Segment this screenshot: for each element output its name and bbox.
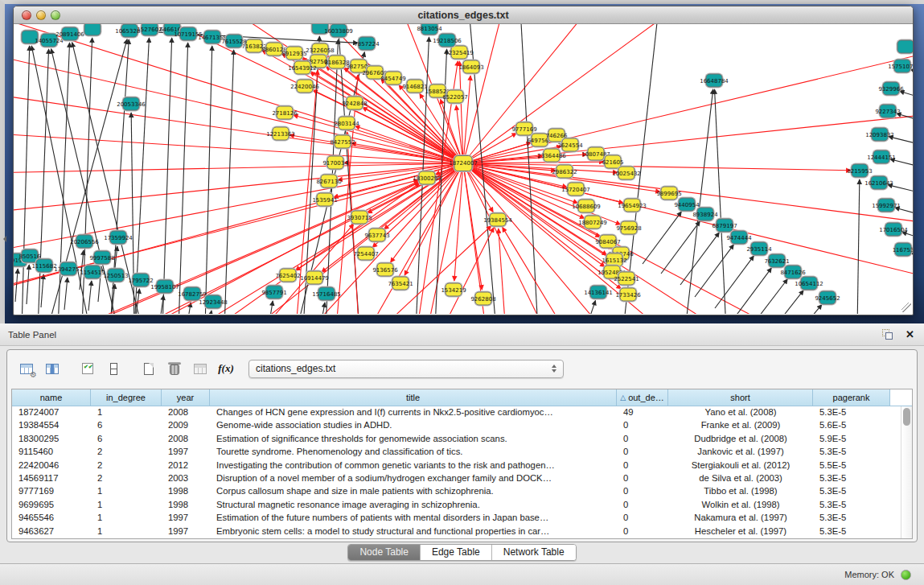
graph-node[interactable]: 18300295: [419, 171, 436, 185]
graph-node[interactable]: 10807487: [588, 147, 605, 161]
graph-node[interactable]: 20053346: [123, 97, 140, 111]
graph-node[interactable]: 7857224: [359, 37, 376, 51]
table-row[interactable]: 1872400712008Changes of HCN gene express…: [12, 406, 912, 419]
graph-node[interactable]: [84, 24, 101, 36]
graph-node[interactable]: 8186328: [329, 56, 346, 69]
graph-node[interactable]: 16914479: [306, 271, 323, 285]
graph-node[interactable]: 10688609: [578, 200, 595, 213]
graph-node[interactable]: 8427552: [335, 135, 351, 149]
graph-node[interactable]: 9997588: [94, 251, 111, 265]
graph-node[interactable]: 9474444: [731, 231, 748, 245]
graph-node[interactable]: 8912935: [286, 47, 303, 60]
graph-node[interactable]: 1795722: [133, 274, 150, 287]
graph-node[interactable]: 2935114: [751, 242, 768, 256]
graph-node[interactable]: 20891406: [62, 27, 79, 41]
graph-node[interactable]: 2967608: [367, 66, 384, 80]
graph-node[interactable]: 9857791: [266, 286, 283, 299]
graph-node[interactable]: 9329966: [883, 82, 900, 96]
network-view-window[interactable]: citations_edges.txt 71638228860128891293…: [13, 6, 914, 315]
graph-node[interactable]: 16210643: [871, 176, 888, 190]
graph-node[interactable]: [22, 31, 39, 44]
graph-node[interactable]: 9136576: [377, 263, 394, 277]
graph-node[interactable]: 8860128: [266, 43, 283, 56]
graph-node[interactable]: 23364486: [544, 149, 561, 163]
graph-node[interactable]: 16782759: [184, 287, 201, 301]
graph-node[interactable]: 12213363: [273, 127, 290, 141]
graph-node[interactable]: 7163822: [246, 39, 263, 53]
table-row[interactable]: 969969511998Structural magnetic resonanc…: [12, 499, 912, 512]
graph-node[interactable]: 9227343: [880, 105, 897, 118]
graph-node[interactable]: 9827508: [351, 60, 368, 73]
graph-node[interactable]: 17016504: [885, 223, 902, 237]
graph-node[interactable]: 7254407: [358, 247, 375, 261]
delete-table-button[interactable]: [163, 357, 186, 380]
graph-node[interactable]: 16543912: [294, 61, 311, 75]
graph-node[interactable]: 1154519: [84, 266, 101, 279]
graph-node[interactable]: 12325419: [451, 46, 468, 60]
graph-node[interactable]: 9827505: [310, 55, 327, 68]
column-header-pagerank[interactable]: pagerank: [813, 389, 890, 406]
graph-node[interactable]: 8454749: [385, 72, 402, 85]
graph-node[interactable]: 13942757: [60, 262, 77, 276]
table-row[interactable]: 1938455462009Genome-wide association stu…: [12, 419, 912, 432]
graph-node[interactable]: 10654112: [801, 277, 818, 290]
graph-node[interactable]: 12923448: [205, 295, 222, 309]
graph-node[interactable]: [897, 40, 914, 54]
graph-node[interactable]: 12093832: [872, 128, 889, 142]
table-row[interactable]: 1830029562008Estimation of significance …: [12, 433, 912, 446]
column-header-name[interactable]: name: [12, 389, 91, 406]
tab-node-table[interactable]: Node Table: [348, 545, 420, 560]
graph-node[interactable]: 1534219: [446, 283, 462, 297]
row-height-button[interactable]: [102, 357, 125, 380]
graph-node[interactable]: 14671358: [204, 31, 221, 44]
graph-node[interactable]: 8215953: [852, 164, 869, 178]
graph-node[interactable]: 9170034: [327, 156, 344, 170]
table-row[interactable]: 946362711997Embryonic stem cells: a mode…: [12, 525, 912, 538]
graph-node[interactable]: 9146821: [407, 80, 424, 93]
table-row[interactable]: 946554611997Estimation of the future num…: [12, 512, 912, 525]
graph-node[interactable]: 14136141: [590, 286, 607, 299]
table-row[interactable]: 2242004622012Investigating the contribut…: [12, 459, 912, 472]
graph-node[interactable]: 19218506: [439, 34, 456, 47]
graph-node[interactable]: 1527602: [142, 24, 158, 36]
graph-node[interactable]: 9756928: [621, 221, 638, 235]
graph-node[interactable]: 1535941: [317, 193, 334, 207]
table-settings-button[interactable]: [15, 357, 38, 380]
graph-node[interactable]: 1115682: [36, 259, 53, 273]
graph-node[interactable]: 116753: [895, 243, 912, 257]
graph-node[interactable]: 22420046: [297, 80, 314, 93]
resize-grip-icon[interactable]: [901, 303, 911, 312]
graph-node[interactable]: [312, 24, 329, 35]
column-header-out_de[interactable]: △out_de…: [617, 389, 668, 406]
graph-node[interactable]: 1250513: [108, 269, 125, 282]
graph-node[interactable]: 1588520: [429, 84, 446, 98]
graph-node[interactable]: 2718126: [277, 106, 294, 120]
close-panel-icon[interactable]: ✕: [906, 329, 914, 340]
graph-node[interactable]: 7615528: [226, 35, 243, 48]
panel-collapse-arrow-icon[interactable]: [0, 236, 6, 242]
graph-node[interactable]: 10719155: [180, 27, 197, 41]
table-row[interactable]: 911546021997Tourette syndrome. Phenomeno…: [12, 446, 912, 459]
graph-node[interactable]: 2803144: [339, 117, 355, 130]
graph-node[interactable]: 9242848: [347, 97, 363, 110]
graph-node[interactable]: 9084067: [600, 235, 617, 249]
graph-node[interactable]: 3930715: [351, 211, 368, 225]
import-table-button[interactable]: [189, 357, 211, 380]
graph-node[interactable]: 9440954: [679, 198, 696, 212]
select-rows-button[interactable]: ✔✔: [76, 357, 99, 380]
graph-node-hub[interactable]: 18724007: [454, 155, 473, 171]
graph-node[interactable]: 18807249: [585, 216, 602, 229]
column-visibility-button[interactable]: [41, 357, 64, 380]
graph-node[interactable]: 16648784: [706, 74, 723, 88]
graph-node[interactable]: 17359924: [110, 231, 127, 245]
graph-node[interactable]: 7632621: [769, 254, 786, 268]
tab-edge-table[interactable]: Edge Table: [420, 545, 491, 560]
graph-node[interactable]: 8813054: [421, 24, 438, 35]
graph-node[interactable]: 19958107: [157, 280, 174, 294]
float-panel-icon[interactable]: [882, 329, 893, 340]
graph-node[interactable]: 6497568: [532, 134, 548, 147]
graph-node[interactable]: 15751074: [894, 60, 911, 73]
graph-node[interactable]: 9637743: [369, 229, 386, 242]
new-table-button[interactable]: [138, 357, 160, 380]
graph-node[interactable]: 8267130: [321, 175, 338, 188]
